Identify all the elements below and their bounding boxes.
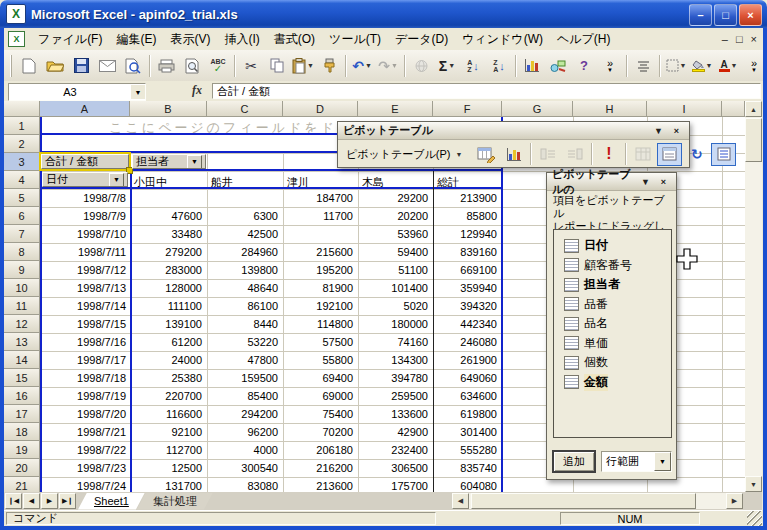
first-sheet-icon[interactable]: ❙◀: [5, 493, 22, 509]
pivot-value-cell[interactable]: 634600: [435, 390, 497, 402]
pivot-value-cell[interactable]: 232400: [360, 444, 428, 456]
pivot-date-cell[interactable]: 1998/7/20: [42, 408, 126, 420]
next-sheet-icon[interactable]: ▶: [41, 493, 58, 509]
column-header-partial[interactable]: [722, 101, 745, 117]
pivot-value-cell[interactable]: 25380: [132, 372, 202, 384]
pivot-value-cell[interactable]: 555280: [435, 444, 497, 456]
column-header-C[interactable]: C: [207, 101, 283, 117]
show-field-list-icon[interactable]: [711, 143, 736, 166]
field-item-品名[interactable]: 品名: [554, 314, 671, 334]
pivot-value-cell[interactable]: 81900: [285, 282, 353, 294]
filter-dropdown-icon[interactable]: ▼: [109, 173, 124, 187]
pivot-date-cell[interactable]: 1998/7/11: [42, 246, 126, 258]
field-item-日付[interactable]: 日付: [554, 236, 671, 256]
pivot-date-cell[interactable]: 1998/7/17: [42, 354, 126, 366]
pivot-date-cell[interactable]: 1998/7/8: [42, 192, 126, 204]
pivot-value-cell[interactable]: 24000: [132, 354, 202, 366]
pivot-value-cell[interactable]: 213600: [285, 480, 353, 492]
column-header-B[interactable]: B: [130, 101, 207, 117]
pivot-column-field-button[interactable]: 担当者▼: [132, 154, 206, 169]
pivot-date-cell[interactable]: 1998/7/14: [42, 300, 126, 312]
pivot-value-cell[interactable]: 294200: [209, 408, 278, 420]
pivot-value-cell[interactable]: 47800: [209, 354, 278, 366]
field-settings-icon[interactable]: [657, 143, 682, 166]
pivot-value-cell[interactable]: 59400: [360, 246, 428, 258]
previous-sheet-icon[interactable]: ◀: [23, 493, 40, 509]
pivot-date-cell[interactable]: 1998/7/24: [42, 480, 126, 492]
pivot-date-cell[interactable]: 1998/7/23: [42, 462, 126, 474]
row-header-7[interactable]: 7: [4, 225, 40, 243]
pivot-value-cell[interactable]: 83080: [209, 480, 278, 492]
pivot-value-cell[interactable]: 85800: [435, 210, 497, 222]
pivot-value-cell[interactable]: 48640: [209, 282, 278, 294]
pivot-value-cell[interactable]: 220700: [132, 390, 202, 402]
pivot-value-cell[interactable]: 4000: [209, 444, 278, 456]
column-header-A[interactable]: A: [40, 101, 130, 117]
column-header-F[interactable]: F: [433, 101, 502, 117]
scroll-right-icon[interactable]: ▶: [726, 493, 743, 509]
row-header-3[interactable]: 3: [4, 153, 40, 171]
row-header-18[interactable]: 18: [4, 423, 40, 441]
field-item-個数[interactable]: 個数: [554, 353, 671, 373]
pivot-value-cell[interactable]: 57500: [285, 336, 353, 348]
pivot-value-cell[interactable]: 246080: [435, 336, 497, 348]
vertical-scrollbar-thumb[interactable]: [745, 118, 762, 162]
chevron-down-icon[interactable]: ▼: [638, 175, 653, 188]
add-field-button[interactable]: 追加: [553, 451, 595, 472]
pivot-value-cell[interactable]: 359940: [435, 282, 497, 294]
pivot-value-cell[interactable]: 835740: [435, 462, 497, 474]
pivot-value-cell[interactable]: 442340: [435, 318, 497, 330]
pivot-value-cell[interactable]: 96200: [209, 426, 278, 438]
field-item-品番[interactable]: 品番: [554, 295, 671, 315]
pivot-value-cell[interactable]: 69400: [285, 372, 353, 384]
pivot-date-cell[interactable]: 1998/7/21: [42, 426, 126, 438]
pivot-value-cell[interactable]: 261900: [435, 354, 497, 366]
pivot-value-cell[interactable]: 279200: [132, 246, 202, 258]
scroll-left-icon[interactable]: ◀: [452, 493, 469, 509]
pivot-value-cell[interactable]: 75400: [285, 408, 353, 420]
pivot-value-cell[interactable]: 301400: [435, 426, 497, 438]
pivot-value-cell[interactable]: 47600: [132, 210, 202, 222]
pivot-value-cell[interactable]: 129940: [435, 228, 497, 240]
pivot-value-cell[interactable]: 259500: [360, 390, 428, 402]
field-list-window[interactable]: ピボットテーブルの ▼ × 項目をピボットテーブル レポートにドラッグします 日…: [546, 172, 677, 480]
filter-dropdown-icon[interactable]: ▼: [187, 155, 202, 169]
pivot-value-cell[interactable]: 53220: [209, 336, 278, 348]
pivot-toolbar-window[interactable]: ピボットテーブル ▼ × ピボットテーブル(P) ▼ !↻: [337, 121, 690, 168]
sheet-tab-集計処理[interactable]: 集計処理: [137, 493, 213, 510]
pivot-value-cell[interactable]: 206180: [285, 444, 353, 456]
pivot-value-cell[interactable]: 70200: [285, 426, 353, 438]
field-list-titlebar[interactable]: ピボットテーブルの ▼ ×: [547, 173, 676, 191]
row-header-15[interactable]: 15: [4, 369, 40, 387]
row-header-14[interactable]: 14: [4, 351, 40, 369]
pivot-value-cell[interactable]: 42500: [209, 228, 278, 240]
field-item-金額[interactable]: 金額: [554, 373, 671, 393]
row-header-9[interactable]: 9: [4, 261, 40, 279]
select-all-corner[interactable]: [4, 101, 40, 117]
pivot-date-cell[interactable]: 1998/7/13: [42, 282, 126, 294]
pivot-value-cell[interactable]: 12500: [132, 462, 202, 474]
pivot-value-cell[interactable]: 85400: [209, 390, 278, 402]
chevron-down-icon[interactable]: ▼: [654, 452, 671, 471]
pivot-value-cell[interactable]: 649060: [435, 372, 497, 384]
pivot-value-cell[interactable]: 306500: [360, 462, 428, 474]
pivot-date-cell[interactable]: 1998/7/15: [42, 318, 126, 330]
row-header-11[interactable]: 11: [4, 297, 40, 315]
pivot-value-cell[interactable]: 11700: [285, 210, 353, 222]
pivot-value-cell[interactable]: 51100: [360, 264, 428, 276]
pivot-value-cell[interactable]: 180000: [360, 318, 428, 330]
column-header-I[interactable]: I: [647, 101, 722, 117]
column-header-H[interactable]: H: [573, 101, 647, 117]
pivot-value-cell[interactable]: 195200: [285, 264, 353, 276]
pivot-value-cell[interactable]: 29200: [360, 192, 428, 204]
pivot-value-cell[interactable]: 55800: [285, 354, 353, 366]
pivot-value-cell[interactable]: 669100: [435, 264, 497, 276]
row-header-10[interactable]: 10: [4, 279, 40, 297]
row-header-6[interactable]: 6: [4, 207, 40, 225]
area-dropdown[interactable]: 行範囲 ▼: [601, 451, 672, 472]
refresh-external-icon[interactable]: ↻: [684, 143, 709, 166]
pivot-value-cell[interactable]: 8440: [209, 318, 278, 330]
column-header-E[interactable]: E: [358, 101, 433, 117]
pivot-value-cell[interactable]: 839160: [435, 246, 497, 258]
pivot-value-cell[interactable]: 284960: [209, 246, 278, 258]
